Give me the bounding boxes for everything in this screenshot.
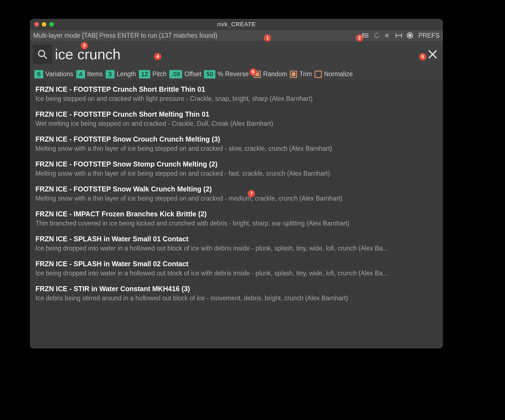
offset-value[interactable]: .03: [169, 70, 182, 78]
result-item[interactable]: FRZN ICE - SPLASH in Water Small 01 Cont…: [30, 231, 443, 255]
svg-point-1: [363, 34, 363, 34]
callout-badge-3: 3: [81, 42, 88, 49]
callout-badge-2: 2: [356, 34, 363, 42]
svg-point-11: [409, 34, 411, 37]
traffic-lights: [30, 22, 54, 27]
result-description: Melting snow with a thin layer of ice be…: [35, 145, 437, 152]
bracket-icon[interactable]: [395, 32, 403, 39]
svg-point-12: [39, 50, 45, 57]
result-title: FRZN ICE - FOOTSTEP Crunch Short Melting…: [35, 110, 437, 118]
normalize-checkbox[interactable]: [315, 71, 322, 78]
result-title: FRZN ICE - SPLASH in Water Small 02 Cont…: [35, 260, 437, 268]
status-bar: Multi-layer mode [TAB] Press ENTER to ru…: [30, 30, 443, 41]
result-description: Melting snow with a thin layer of ice be…: [35, 195, 437, 202]
callout-badge-6: 6: [249, 68, 257, 76]
result-description: Ice debris being stirred around in a hol…: [35, 294, 437, 302]
zoom-window-button[interactable]: [49, 22, 54, 27]
result-title: FRZN ICE - FOOTSTEP Snow Stomp Crunch Me…: [35, 160, 437, 168]
offset-label: Offset: [184, 70, 201, 78]
window-title: nvk_CREATE: [30, 21, 443, 28]
result-item[interactable]: FRZN ICE - FOOTSTEP Crunch Short Brittle…: [30, 81, 443, 106]
params-row: 6 Variations 4 Items 3 Length 12 Pitch .…: [30, 68, 443, 81]
result-description: Wet melting ice being stepped on and cra…: [35, 120, 437, 127]
result-title: FRZN ICE - FOOTSTEP Crunch Short Brittle…: [35, 85, 437, 93]
result-title: FRZN ICE - FOOTSTEP Snow Crouch Crunch M…: [35, 135, 437, 143]
close-window-button[interactable]: [34, 22, 39, 27]
result-item[interactable]: FRZN ICE - FOOTSTEP Crunch Short Melting…: [30, 106, 443, 131]
pitch-value[interactable]: 12: [139, 70, 150, 78]
record-icon[interactable]: [406, 32, 414, 39]
result-description: Ice being stepped on and cracked with li…: [35, 95, 437, 103]
svg-point-3: [363, 35, 363, 36]
normalize-label: Normalize: [324, 70, 353, 78]
result-description: Ice being dropped into water in a hollow…: [35, 245, 437, 252]
trim-checkbox[interactable]: [290, 71, 297, 78]
speaker-icon[interactable]: [384, 32, 392, 39]
items-label: Items: [87, 70, 103, 78]
refresh-icon[interactable]: [373, 32, 381, 39]
results-list[interactable]: FRZN ICE - FOOTSTEP Crunch Short Brittle…: [30, 81, 443, 349]
trim-label: Trim: [299, 70, 312, 78]
close-icon[interactable]: [427, 49, 438, 60]
callout-badge-1: 1: [264, 34, 271, 42]
callout-badge-7: 7: [248, 190, 255, 197]
svg-line-13: [44, 56, 47, 59]
random-label: Random: [263, 70, 287, 78]
result-description: Ice being dropped into water in a hollow…: [35, 270, 437, 277]
svg-marker-6: [385, 33, 388, 38]
callout-badge-4: 4: [154, 53, 161, 60]
result-description: Melting snow with a thin layer of ice be…: [35, 170, 437, 177]
variations-value[interactable]: 6: [34, 70, 43, 78]
result-title: FRZN ICE - IMPACT Frozen Branches Kick B…: [35, 210, 437, 218]
reverse-value[interactable]: 50: [204, 70, 215, 78]
result-item[interactable]: FRZN ICE - IMPACT Frozen Branches Kick B…: [30, 206, 443, 231]
result-item[interactable]: FRZN ICE - FOOTSTEP Snow Crouch Crunch M…: [30, 131, 443, 156]
result-item[interactable]: FRZN ICE - STIR in Water Constant MKH416…: [30, 280, 443, 305]
minimize-window-button[interactable]: [42, 22, 46, 27]
callout-badge-5: 5: [419, 53, 426, 60]
items-value[interactable]: 4: [76, 70, 85, 78]
result-item[interactable]: FRZN ICE - FOOTSTEP Snow Stomp Crunch Me…: [30, 156, 443, 181]
variations-label: Variations: [45, 70, 73, 78]
search-icon[interactable]: [33, 45, 52, 64]
titlebar: nvk_CREATE: [30, 19, 443, 30]
length-label: Length: [117, 70, 136, 78]
result-title: FRZN ICE - SPLASH in Water Small 01 Cont…: [35, 235, 437, 243]
result-description: Thin branched covered in ice being kicke…: [35, 220, 437, 227]
app-window: nvk_CREATE Multi-layer mode [TAB] Press …: [30, 19, 443, 349]
reverse-label: % Reverse: [218, 70, 249, 78]
result-title: FRZN ICE - FOOTSTEP Snow Walk Crunch Mel…: [35, 185, 437, 193]
pitch-label: Pitch: [152, 70, 167, 78]
status-text: Multi-layer mode [TAB] Press ENTER to ru…: [33, 32, 217, 39]
length-value[interactable]: 3: [106, 70, 114, 78]
result-item[interactable]: FRZN ICE - SPLASH in Water Small 02 Cont…: [30, 255, 443, 280]
search-input[interactable]: [55, 46, 427, 63]
prefs-button[interactable]: PREFS: [418, 32, 440, 39]
result-item[interactable]: FRZN ICE - FOOTSTEP Snow Walk Crunch Mel…: [30, 181, 443, 206]
search-row: [30, 41, 443, 68]
result-title: FRZN ICE - STIR in Water Constant MKH416…: [35, 285, 437, 293]
